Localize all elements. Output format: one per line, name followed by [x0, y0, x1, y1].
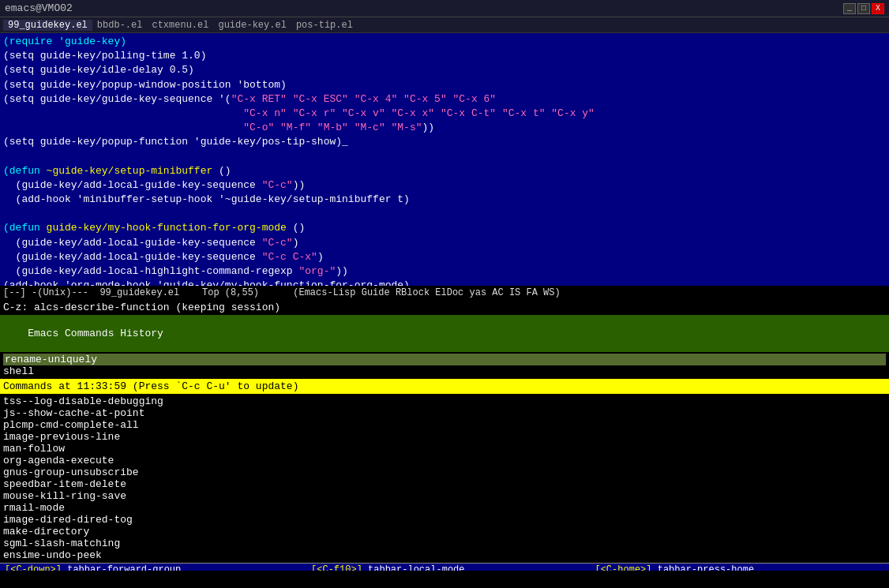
editor-line-2: (setq guide-key/polling-time 1.0)	[3, 49, 886, 63]
editor-line-8: (setq guide-key/popup-function 'guide-ke…	[3, 135, 886, 149]
popup-cell: [<C-home>] tabbar-press-home	[590, 564, 889, 571]
menu-header: Emacs Commands History	[0, 315, 889, 352]
cmd-org-agenda: org-agenda-execute	[3, 455, 886, 466]
tab-99-guidekey[interactable]: 99_guidekey.el	[3, 20, 92, 31]
cmd-gnus-group: gnus-group-unsubscribe	[3, 466, 886, 478]
commands-list: tss--log-disable-debugging js--show-cach…	[0, 394, 889, 563]
editor-line-14: (defun guide-key/my-hook-function-for-or…	[3, 221, 886, 235]
status-bar: [--] -(Unix)--- 99_guidekey.el Top (8,55…	[0, 286, 889, 300]
commands-header: Commands at 11:33:59 (Press `C-c C-u' to…	[0, 379, 889, 394]
maximize-button[interactable]: □	[857, 3, 870, 14]
editor-line-9	[3, 150, 886, 164]
minibuffer-area: C-z: alcs-describe-function (keeping ses…	[0, 300, 889, 315]
editor-line-16: (guide-key/add-local-guide-key-sequence …	[3, 250, 886, 264]
cmd-make-dir: make-directory	[3, 526, 886, 537]
status-bar-text: [--] -(Unix)--- 99_guidekey.el Top (8,55…	[3, 287, 561, 298]
editor-line-13	[3, 207, 886, 221]
popup-cell: [<C-f10>] tabbar-local-mode	[306, 564, 590, 571]
editor-line-10: (defun ~guide-key/setup-minibuffer ()	[3, 164, 886, 178]
editor-line-18: (add-hook 'org-mode-hook 'guide-key/my-h…	[3, 279, 886, 286]
tab-bbdb[interactable]: bbdb-.el	[92, 20, 148, 31]
editor-line-11: (guide-key/add-local-guide-key-sequence …	[3, 178, 886, 193]
shell-item[interactable]: shell	[3, 365, 886, 377]
close-button[interactable]: X	[872, 3, 884, 14]
editor-line-6: "C-x n" "C-x r" "C-x v" "C-x x" "C-x C-t…	[3, 107, 886, 121]
title-bar-buttons: _ □ X	[843, 3, 884, 14]
cmd-rmail: rmail-mode	[3, 502, 886, 514]
popup-cell: [<C-down>] tabbar-forward-group	[0, 564, 306, 571]
cmd-tss-log: tss--log-disable-debugging	[3, 395, 886, 407]
title-bar: emacs@VMO02 _ □ X	[0, 0, 889, 17]
editor-line-4: (setq guide-key/popup-window-position 'b…	[3, 78, 886, 92]
minibuffer-command: C-z: alcs-describe-function (keeping ses…	[3, 301, 886, 313]
rename-uniquely-item[interactable]: rename-uniquely	[3, 354, 886, 365]
title-bar-title: emacs@VMO02	[5, 2, 73, 14]
tab-bar: 99_guidekey.el bbdb-.el ctxmenu.el guide…	[0, 17, 889, 33]
tab-ctxmenu[interactable]: ctxmenu.el	[147, 20, 213, 31]
minimize-button[interactable]: _	[843, 3, 856, 14]
cmd-image-dired: image-dired-dired-tog	[3, 514, 886, 526]
editor-line-12: (add-hook 'minibuffer-setup-hook '~guide…	[3, 193, 886, 207]
editor-area[interactable]: (require 'guide-key) (setq guide-key/pol…	[0, 33, 889, 286]
tab-pos-tip[interactable]: pos-tip.el	[291, 20, 358, 31]
table-row: [<C-down>] tabbar-forward-group [<C-f10>…	[0, 564, 889, 571]
editor-line-5: (setq guide-key/guide-key-sequence '("C-…	[3, 92, 886, 107]
keybinding-table: [<C-down>] tabbar-forward-group [<C-f10>…	[0, 564, 889, 571]
editor-line-3: (setq guide-key/idle-delay 0.5)	[3, 63, 886, 77]
cmd-js-show: js--show-cache-at-point	[3, 407, 886, 419]
cmd-image-prev: image-previous-line	[3, 431, 886, 443]
cmd-plcmp: plcmp-cmd-complete-all	[3, 419, 886, 431]
tab-guide-key[interactable]: guide-key.el	[213, 20, 291, 31]
cmd-speedbar: speedbar-item-delete	[3, 478, 886, 490]
editor-line-7: "C-o" "M-f" "M-b" "M-c" "M-s"))	[3, 121, 886, 135]
popup-table: [<C-down>] tabbar-forward-group [<C-f10>…	[0, 563, 889, 571]
cmd-man-follow: man-follow	[3, 443, 886, 455]
main-container: emacs@VMO02 _ □ X 99_guidekey.el bbdb-.e…	[0, 0, 889, 571]
editor-line-17: (guide-key/add-local-highlight-command-r…	[3, 264, 886, 279]
cmd-mouse-kill: mouse-kill-ring-save	[3, 490, 886, 502]
editor-line-1: (require 'guide-key)	[3, 35, 886, 49]
menu-items-area: rename-uniquely shell	[0, 352, 889, 379]
cmd-ensime: ensime-undo-peek	[3, 549, 886, 561]
editor-line-15: (guide-key/add-local-guide-key-sequence …	[3, 236, 886, 250]
cmd-sgml: sgml-slash-matching	[3, 537, 886, 549]
